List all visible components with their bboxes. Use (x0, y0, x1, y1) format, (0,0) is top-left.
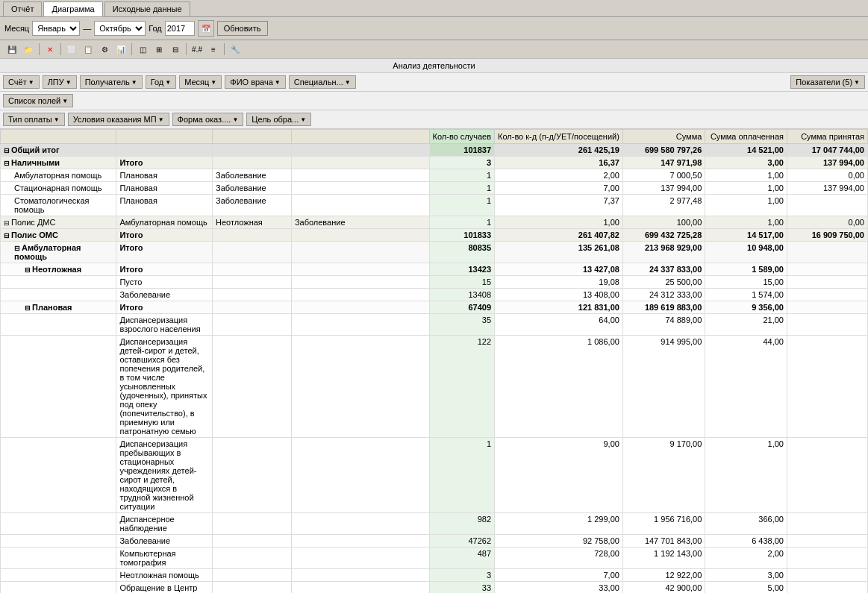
number-format-icon[interactable]: #.# (190, 42, 204, 57)
cell-col4: Заболевание (291, 216, 429, 229)
copy-icon[interactable]: ⬜ (64, 42, 79, 57)
cell-count: 982 (429, 513, 495, 535)
refresh-button[interactable]: Обновить (217, 21, 268, 36)
cell-col2: Итого (116, 229, 213, 242)
cell-count: 3 (429, 157, 495, 169)
filter-mesyats[interactable]: Месяц ▼ (179, 75, 222, 89)
cell-sum2: 44,00 (705, 336, 787, 438)
expand-icon[interactable]: ⊟ (4, 232, 10, 239)
cell-col1 (1, 547, 116, 569)
cell-count: 122 (429, 336, 495, 438)
cell-kd: 1 086,00 (495, 336, 623, 438)
cell-count: 47262 (429, 535, 495, 547)
cell-col3 (213, 289, 292, 301)
cell-sum: 24 337 833,00 (622, 263, 705, 276)
delete-icon[interactable]: ✕ (43, 42, 57, 57)
col-width-icon[interactable]: ◫ (135, 42, 150, 57)
cell-col2: Итого (116, 301, 213, 314)
cell-count: 1 (429, 182, 495, 195)
col-header-target (291, 130, 429, 144)
misc-icon[interactable]: 🔧 (228, 42, 243, 57)
filter-tip-oplaty[interactable]: Тип оплаты ▼ (3, 113, 65, 126)
expand-icon[interactable]: ⊟ (4, 219, 10, 227)
cell-col4 (291, 182, 429, 195)
filter-usloviya[interactable]: Условия оказания МП ▼ (68, 113, 169, 126)
table-row: ⊟Полис ДМСАмбулаторная помощьНеотложнаяЗ… (1, 216, 868, 229)
cell-col4 (291, 263, 429, 276)
cell-kd: 135 261,08 (495, 242, 623, 263)
cell-col2: Итого (116, 157, 213, 169)
chart-icon[interactable]: 📊 (113, 42, 128, 57)
filter-row3: Тип оплаты ▼ Условия оказания МП ▼ Форма… (0, 110, 868, 129)
table-row: ⊟Амбулаторная помощьИтого80835135 261,08… (1, 242, 868, 263)
filter-schet[interactable]: Счёт ▼ (3, 75, 40, 89)
filter-list-fields[interactable]: Список полей ▼ (3, 94, 73, 107)
col-icon3[interactable]: ⊟ (168, 42, 183, 57)
cell-col3 (213, 582, 292, 594)
cell-sum2: 3,00 (705, 157, 787, 169)
cell-kd: 728,00 (495, 547, 623, 569)
tab-otchet[interactable]: Отчёт (3, 1, 42, 16)
filter-god[interactable]: Год ▼ (146, 75, 176, 89)
cell-kd: 64,00 (495, 314, 623, 336)
table-row: Диспансерное наблюдение9821 299,001 956 … (1, 513, 868, 535)
cell-sum: 147 971,98 (622, 157, 705, 169)
top-tabs: Отчёт Диаграмма Исходные данные (0, 0, 868, 17)
paste-icon[interactable]: 📋 (81, 42, 96, 57)
cell-col2: Плановая (116, 182, 213, 195)
col-icon2[interactable]: ⊞ (152, 42, 166, 57)
expand-icon[interactable]: ⊟ (25, 266, 31, 274)
cell-sum3 (787, 535, 867, 547)
cell-sum: 12 922,00 (622, 569, 705, 582)
tab-ishodnie[interactable]: Исходные данные (104, 1, 190, 16)
cell-kd: 13 408,00 (495, 289, 623, 301)
cell-col2: Итого (116, 263, 213, 276)
cell-sum3 (787, 242, 867, 263)
cell-sum2: 1,00 (705, 438, 787, 513)
cell-col2: Диспансеризация детей-сирот и детей, ост… (116, 336, 213, 438)
year-input[interactable] (165, 21, 195, 36)
cell-col3: Заболевание (213, 195, 292, 216)
cell-col2: Обращение в Центр здоровья для динамичес… (116, 582, 213, 594)
month-toolbar: Месяц Январь — Октябрь Год 📅 Обновить (0, 17, 868, 40)
calendar-icon[interactable]: 📅 (198, 20, 214, 37)
cell-sum3: 0,00 (787, 169, 867, 182)
cell-kd: 16,37 (495, 157, 623, 169)
cell-col4 (291, 301, 429, 314)
save-icon[interactable]: 💾 (4, 42, 19, 57)
year-label: Год (149, 24, 162, 33)
cell-col2: Диспансерное наблюдение (116, 513, 213, 535)
month-to-select[interactable]: Октябрь (94, 21, 146, 36)
cell-col2: Диспансеризация пребывающих в стационарн… (116, 438, 213, 513)
filter-fio[interactable]: ФИО врача ▼ (225, 75, 286, 89)
tab-diagrama[interactable]: Диаграмма (43, 1, 102, 16)
table-row: ⊟НеотложнаяИтого1342313 427,0824 337 833… (1, 263, 868, 276)
cell-count: 101837 (429, 144, 495, 157)
cell-col1: ⊟Плановая (1, 301, 116, 314)
indicators-button[interactable]: Показатели (5) ▼ (790, 75, 865, 89)
table-row: Компьютерная томография487728,001 192 14… (1, 547, 868, 569)
cell-sum2: 1,00 (705, 216, 787, 229)
cell-col1 (1, 438, 116, 513)
cell-col4 (291, 242, 429, 263)
expand-icon[interactable]: ⊟ (25, 304, 31, 312)
cell-kd: 1,00 (495, 216, 623, 229)
filter-spec[interactable]: Специальн... ▼ (289, 75, 356, 89)
expand-icon[interactable]: ⊟ (4, 147, 10, 154)
cell-col1 (1, 582, 116, 594)
settings-icon[interactable]: ⚙ (97, 42, 112, 57)
cell-col1 (1, 336, 116, 438)
filter-lpu[interactable]: ЛПУ ▼ (43, 75, 77, 89)
cell-sum2: 3,00 (705, 569, 787, 582)
list-icon[interactable]: ≡ (206, 42, 221, 57)
month-from-select[interactable]: Январь (32, 21, 80, 36)
cell-sum: 213 968 929,00 (622, 242, 705, 263)
col-header-group3 (213, 130, 292, 144)
expand-icon[interactable]: ⊟ (4, 160, 10, 167)
filter-forma[interactable]: Форма оказ.... ▼ (172, 113, 244, 126)
folder-icon[interactable]: 📁 (21, 42, 36, 57)
cell-kd: 13 427,08 (495, 263, 623, 276)
filter-poluchatel[interactable]: Получатель ▼ (80, 75, 143, 89)
expand-icon[interactable]: ⊟ (14, 245, 20, 252)
filter-tsel[interactable]: Цель обра... ▼ (246, 113, 311, 126)
